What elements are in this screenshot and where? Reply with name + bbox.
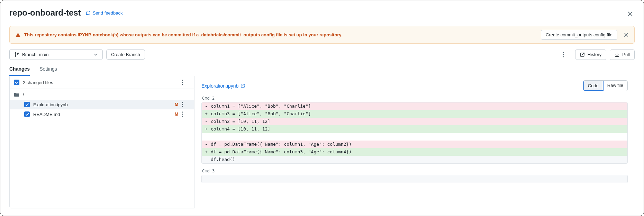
open-file-link[interactable]: Exploration.ipynb bbox=[201, 83, 245, 89]
tree-root-label: / bbox=[23, 92, 24, 97]
diff-line: df.head() bbox=[202, 156, 627, 163]
svg-point-7 bbox=[563, 56, 564, 57]
svg-point-12 bbox=[182, 104, 183, 105]
file-checkbox[interactable] bbox=[24, 102, 30, 107]
svg-rect-0 bbox=[18, 34, 18, 35]
branch-selector[interactable]: Branch: main bbox=[9, 49, 103, 60]
file-status: M bbox=[175, 112, 178, 117]
pull-icon bbox=[615, 52, 619, 57]
chat-icon bbox=[86, 10, 91, 15]
overflow-menu-button[interactable] bbox=[563, 52, 572, 57]
branch-icon bbox=[14, 52, 19, 57]
banner-close-icon[interactable] bbox=[624, 32, 629, 37]
branch-label: Branch: main bbox=[22, 52, 49, 57]
svg-point-9 bbox=[182, 82, 183, 83]
tree-root[interactable]: / bbox=[10, 89, 194, 100]
svg-point-10 bbox=[182, 84, 183, 85]
warning-banner: This repository contains IPYNB notebook(… bbox=[9, 26, 635, 44]
changes-overflow-button[interactable] bbox=[182, 80, 191, 85]
file-checkbox[interactable] bbox=[24, 111, 30, 117]
svg-point-2 bbox=[15, 53, 16, 54]
file-status: M bbox=[175, 102, 178, 107]
file-name: Exploration.ipynb bbox=[33, 102, 68, 107]
warning-icon bbox=[15, 32, 21, 38]
view-mode-code[interactable]: Code bbox=[583, 80, 604, 91]
chevron-down-icon bbox=[94, 53, 98, 57]
open-file-name: Exploration.ipynb bbox=[201, 83, 238, 89]
diff-line: -column2 = [10, 11, 12] bbox=[202, 118, 627, 125]
close-icon[interactable] bbox=[627, 11, 633, 17]
file-overflow-button[interactable] bbox=[182, 111, 191, 117]
external-link-icon bbox=[241, 83, 245, 88]
file-name: README.md bbox=[33, 112, 60, 117]
svg-point-4 bbox=[18, 53, 19, 54]
create-branch-button[interactable]: Create Branch bbox=[106, 50, 145, 60]
send-feedback-label: Send feedback bbox=[93, 10, 123, 16]
svg-point-8 bbox=[182, 80, 183, 81]
svg-point-15 bbox=[182, 114, 183, 115]
external-link-icon bbox=[580, 52, 585, 57]
svg-point-13 bbox=[182, 106, 183, 107]
repo-title: repo-onboard-test bbox=[9, 8, 81, 18]
diff-line bbox=[202, 133, 627, 141]
folder-icon bbox=[14, 92, 19, 97]
changes-summary: 2 changed files bbox=[23, 80, 53, 85]
svg-point-6 bbox=[563, 54, 564, 55]
history-button[interactable]: History bbox=[575, 50, 606, 60]
view-mode-toggle: Code Raw file bbox=[583, 80, 628, 91]
diff-line: -df = pd.DataFrame({"Name": column1, "Ag… bbox=[202, 141, 627, 148]
file-row[interactable]: Exploration.ipynbM bbox=[10, 100, 194, 109]
file-row[interactable]: README.mdM bbox=[10, 109, 194, 119]
create-config-button[interactable]: Create commit_outputs config file bbox=[541, 30, 617, 40]
banner-message: This repository contains IPYNB notebook(… bbox=[24, 32, 342, 37]
dialog-window: repo-onboard-test Send feedback This rep… bbox=[0, 0, 644, 216]
pull-button[interactable]: Pull bbox=[610, 50, 635, 60]
svg-point-16 bbox=[182, 116, 183, 117]
tab-changes[interactable]: Changes bbox=[9, 66, 30, 76]
diff-block bbox=[201, 175, 628, 183]
diff-line: -column1 = ["Alice", "Bob", "Charlie"] bbox=[202, 102, 627, 110]
file-overflow-button[interactable] bbox=[182, 102, 191, 107]
cell-label: Cmd 2 bbox=[202, 96, 628, 101]
diff-block: -column1 = ["Alice", "Bob", "Charlie"]+c… bbox=[201, 102, 628, 164]
view-mode-raw[interactable]: Raw file bbox=[603, 81, 627, 91]
diff-panel: Exploration.ipynb Code Raw file Cmd 2-co… bbox=[194, 76, 635, 208]
select-all-checkbox[interactable] bbox=[14, 80, 19, 85]
svg-point-5 bbox=[563, 52, 564, 53]
svg-point-3 bbox=[15, 55, 16, 56]
send-feedback-link[interactable]: Send feedback bbox=[86, 10, 123, 16]
svg-rect-1 bbox=[18, 36, 18, 36]
diff-line: +column3 = ["Alice", "Bob", "Charlie"] bbox=[202, 110, 627, 118]
svg-point-11 bbox=[182, 102, 183, 103]
cell-label: Cmd 3 bbox=[202, 169, 628, 173]
diff-line: +df = pd.DataFrame({"Name": column3, "Ag… bbox=[202, 148, 627, 156]
svg-point-14 bbox=[182, 112, 183, 113]
tab-settings[interactable]: Settings bbox=[39, 66, 57, 76]
diff-line: +column4 = [10, 11, 12] bbox=[202, 125, 627, 133]
changes-panel: 2 changed files / Exploration.ipynbMREAD… bbox=[9, 76, 194, 208]
